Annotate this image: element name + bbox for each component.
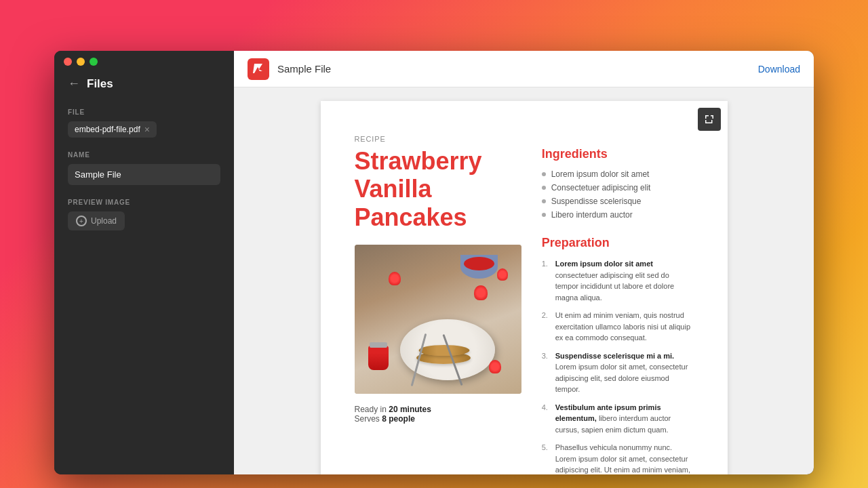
list-item: Lorem ipsum dolor sit amet bbox=[542, 169, 694, 179]
serves-value: 8 people bbox=[382, 414, 415, 424]
file-tag-name: embed-pdf-file.pdf bbox=[75, 125, 140, 134]
bullet-icon bbox=[542, 186, 546, 190]
list-item: 4. Vestibulum ante ipsum primis elementu… bbox=[542, 402, 694, 436]
bowl-decoration bbox=[460, 255, 498, 279]
sidebar-header: ← Files bbox=[68, 77, 220, 91]
upload-icon: + bbox=[76, 216, 87, 226]
list-item: 2. Ut enim ad minim veniam, quis nostrud… bbox=[542, 310, 694, 344]
pdf-page: RECIPE Strawberry Vanilla Pancakes bbox=[321, 101, 728, 474]
sidebar: ← Files FILE embed-pdf-file.pdf × NAME P… bbox=[54, 51, 234, 474]
strawberry-4 bbox=[489, 360, 501, 373]
ready-value: 20 minutes bbox=[389, 405, 431, 414]
file-tag-remove-button[interactable]: × bbox=[144, 125, 150, 134]
top-bar: Sample File Download bbox=[234, 51, 814, 87]
download-button[interactable]: Download bbox=[758, 64, 800, 75]
bullet-icon bbox=[542, 172, 546, 176]
strawberry-6 bbox=[389, 272, 401, 285]
list-item: 5. Phasellus vehicula nonummy nunc. Lore… bbox=[542, 442, 694, 474]
expand-button[interactable] bbox=[698, 108, 721, 131]
name-input[interactable] bbox=[68, 164, 220, 185]
list-item: 3. Suspendisse scelerisque mi a mi. Lore… bbox=[542, 350, 694, 395]
upload-label: Upload bbox=[91, 216, 117, 226]
bullet-icon bbox=[542, 199, 546, 203]
recipe-right: Ingredients Lorem ipsum dolor sit amet C… bbox=[542, 147, 694, 474]
pdf-viewer[interactable]: RECIPE Strawberry Vanilla Pancakes bbox=[234, 87, 814, 474]
pancake-2 bbox=[418, 345, 469, 356]
file-section-label: FILE bbox=[68, 108, 220, 116]
ingredient-list: Lorem ipsum dolor sit amet Consectetuer … bbox=[542, 169, 694, 220]
file-tag: embed-pdf-file.pdf × bbox=[68, 121, 157, 138]
recipe-layout: Strawberry Vanilla Pancakes bbox=[355, 147, 694, 474]
main-content: Sample File Download RECIPE Strawberry bbox=[234, 51, 814, 474]
preview-section: PREVIEW IMAGE + Upload bbox=[68, 199, 220, 230]
preparation-title: Preparation bbox=[542, 236, 694, 250]
recipe-footer: Ready in 20 minutes Serves 8 people bbox=[355, 405, 521, 424]
name-section-label: NAME bbox=[68, 151, 220, 159]
list-item: Suspendisse scelerisque bbox=[542, 197, 694, 206]
file-name: Sample File bbox=[277, 63, 750, 75]
minimize-button[interactable] bbox=[77, 58, 85, 66]
bullet-icon bbox=[542, 213, 546, 217]
file-section: FILE embed-pdf-file.pdf × bbox=[68, 108, 220, 138]
ready-info: Ready in 20 minutes bbox=[355, 405, 521, 414]
list-item: 1. Lorem ipsum dolor sit amet consectetu… bbox=[542, 258, 694, 303]
ingredients-title: Ingredients bbox=[542, 147, 694, 161]
adobe-icon bbox=[248, 58, 269, 80]
recipe-title: Strawberry Vanilla Pancakes bbox=[355, 147, 521, 231]
back-button[interactable]: ← bbox=[68, 77, 80, 91]
name-section: NAME bbox=[68, 151, 220, 185]
upload-button[interactable]: + Upload bbox=[68, 211, 125, 230]
strawberry-3 bbox=[474, 285, 488, 300]
jam-jar-decoration bbox=[368, 346, 389, 370]
recipe-left: Strawberry Vanilla Pancakes bbox=[355, 147, 521, 474]
recipe-label: RECIPE bbox=[355, 135, 694, 143]
window-controls bbox=[64, 58, 98, 66]
preview-section-label: PREVIEW IMAGE bbox=[68, 199, 220, 206]
sidebar-title: Files bbox=[87, 77, 113, 91]
recipe-image bbox=[355, 245, 521, 394]
serves-info: Serves 8 people bbox=[355, 414, 521, 424]
list-item: Libero interdum auctor bbox=[542, 210, 694, 220]
list-item: Consectetuer adipiscing elit bbox=[542, 183, 694, 192]
maximize-button[interactable] bbox=[90, 58, 98, 66]
close-button[interactable] bbox=[64, 58, 72, 66]
strawberry-2 bbox=[497, 268, 508, 281]
prep-list: 1. Lorem ipsum dolor sit amet consectetu… bbox=[542, 258, 694, 474]
